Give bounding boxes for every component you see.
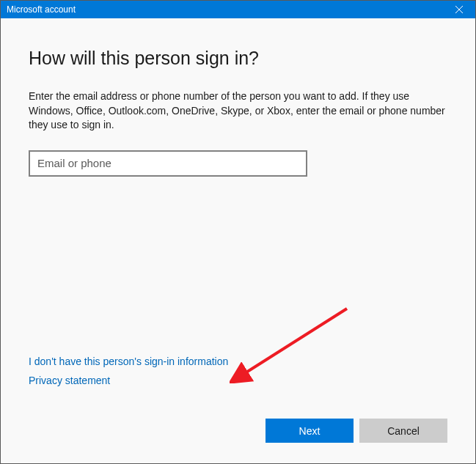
next-button[interactable]: Next (266, 419, 354, 443)
microsoft-account-dialog: Microsoft account How will this person s… (0, 0, 476, 464)
titlebar: Microsoft account (1, 1, 475, 18)
close-button[interactable] (442, 1, 475, 18)
close-icon (455, 6, 463, 13)
description-text: Enter the email address or phone number … (29, 89, 447, 133)
cancel-button[interactable]: Cancel (359, 419, 447, 443)
privacy-statement-link[interactable]: Privacy statement (29, 375, 110, 386)
page-heading: How will this person sign in? (29, 48, 447, 69)
no-signin-info-link[interactable]: I don't have this person's sign-in infor… (29, 356, 228, 367)
window-title: Microsoft account (7, 4, 76, 15)
dialog-content: How will this person sign in? Enter the … (1, 18, 475, 419)
links-section: I don't have this person's sign-in infor… (29, 356, 447, 394)
email-or-phone-input[interactable] (29, 150, 307, 177)
dialog-footer: Next Cancel (1, 419, 475, 463)
